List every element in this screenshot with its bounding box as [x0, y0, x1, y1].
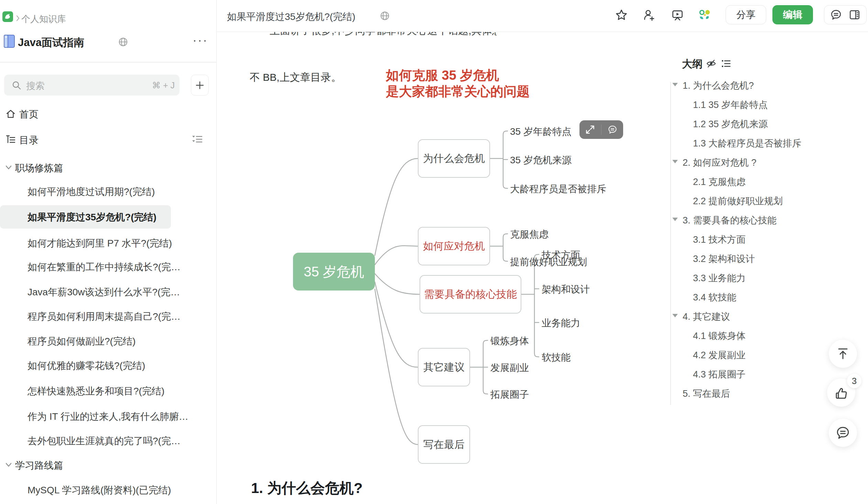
thumbs-up-icon: [834, 385, 848, 400]
kb-title: Java面试指南: [18, 35, 84, 50]
outline-item[interactable]: 4.1 锻炼身体: [693, 330, 746, 342]
public-globe-icon: [118, 37, 128, 47]
outline-item[interactable]: 3.4 软技能: [693, 291, 736, 304]
section-chevron-icon[interactable]: [5, 165, 12, 170]
comments-icon[interactable]: [830, 9, 842, 21]
mindmap-leaf[interactable]: 软技能: [542, 351, 570, 364]
mindmap-branch-node[interactable]: 如何应对危机: [418, 227, 490, 265]
red-caption-line2: 是大家都非常关心的问题: [386, 84, 530, 100]
mindmap-leaf[interactable]: 锻炼身体: [490, 335, 529, 348]
outline-item[interactable]: 3.1 技术方面: [693, 233, 746, 246]
mindmap-leaf[interactable]: 发展副业: [490, 361, 529, 375]
outline-item[interactable]: 4.3 拓展圈子: [693, 368, 746, 380]
back-to-top-icon: [835, 346, 850, 361]
like-count-badge: 3: [847, 374, 861, 388]
outline-item[interactable]: 2.1 克服焦虑: [693, 176, 746, 188]
comment-fab-button[interactable]: [829, 419, 857, 447]
sidebar-doc-item[interactable]: MySQL 学习路线(附资料)(已完结): [28, 484, 171, 497]
outline-item[interactable]: 1. 为什么会危机?: [683, 80, 754, 92]
knowledge-base-book-icon: [3, 34, 15, 48]
section-heading-1: 1. 为什么会危机?: [251, 479, 362, 498]
sidebar-doc-item[interactable]: 如何才能达到阿里 P7 水平?(完结): [28, 237, 172, 250]
yuque-logo-icon[interactable]: [2, 11, 13, 22]
mindmap-leaf[interactable]: 大龄程序员是否被排斥: [510, 182, 606, 196]
star-favorite-icon[interactable]: [615, 9, 628, 21]
toolbar-divider: [601, 125, 602, 135]
sidebar-doc-item[interactable]: 程序员如何利用周末提高自己?(完…: [28, 310, 180, 323]
sidebar-doc-item[interactable]: 去外包职业生涯就真的完了吗?(完…: [28, 434, 180, 448]
breadcrumb-chevron-icon: [15, 15, 21, 22]
sidebar-doc-item[interactable]: Java年薪30w该达到什么水平?(完…: [28, 286, 180, 299]
hide-outline-eye-icon[interactable]: [706, 58, 717, 69]
plus-icon: [195, 81, 205, 90]
search-shortcut: ⌘ + J: [152, 81, 175, 91]
mindmap-branch-node[interactable]: 写在最后: [418, 425, 470, 464]
topbar: 如果平滑度过35岁危机?(完结) 分享 编: [217, 0, 868, 32]
outline-item[interactable]: 3.3 业务能力: [693, 272, 746, 284]
edit-button[interactable]: 编辑: [772, 5, 813, 24]
home-icon: [6, 109, 16, 119]
outline-item[interactable]: 2.2 提前做好职业规划: [693, 195, 783, 207]
add-collaborator-icon[interactable]: [643, 9, 655, 21]
toc-tree-icon: [6, 134, 16, 144]
present-mode-icon[interactable]: [671, 9, 684, 21]
sidebar-section-career[interactable]: 职场修炼篇: [15, 161, 63, 175]
outline-item[interactable]: 3.2 架构和设计: [693, 253, 755, 265]
sidebar-section-learning[interactable]: 学习路线篇: [15, 459, 63, 472]
outline-item[interactable]: 5. 写在最后: [683, 387, 730, 400]
outline-item[interactable]: 1.2 35 岁危机来源: [693, 118, 768, 130]
breadcrumb[interactable]: 个人知识库: [21, 13, 66, 25]
search-icon: [12, 81, 21, 90]
mindmap-leaf[interactable]: 35 岁年龄特点: [510, 125, 571, 138]
expand-fullscreen-icon[interactable]: [585, 125, 595, 134]
sidebar-doc-item-selected[interactable]: 如果平滑度过35岁危机?(完结): [28, 211, 156, 224]
outline-list-icon[interactable]: [721, 58, 732, 69]
sidebar-doc-item[interactable]: 如何在繁重的工作中持续成长?(完…: [28, 261, 180, 274]
sidebar-doc-item[interactable]: 作为 IT 行业的过来人,我有什么肺腑…: [28, 410, 188, 423]
sidebar-item-toc[interactable]: 目录: [19, 134, 39, 147]
sidebar: 个人知识库 Java面试指南 ··· 搜索 ⌘ + J: [0, 0, 217, 504]
sidebar-doc-item[interactable]: 如何平滑地度过试用期?(完结): [28, 185, 155, 198]
app-window: 上面讲了很多,不少同学都非常关心这个话题,具体怎么做呢。 个人知识库 Java面…: [0, 0, 868, 504]
intro-text: 不 BB,上文章目录。: [250, 71, 341, 85]
outline-item[interactable]: 2. 如何应对危机 ?: [683, 156, 757, 169]
mindmap-leaf[interactable]: 业务能力: [542, 317, 580, 330]
apps-grid-icon[interactable]: [699, 9, 711, 21]
mindmap-leaf[interactable]: 35 岁危机来源: [510, 154, 571, 167]
search-input[interactable]: 搜索 ⌘ + J: [4, 75, 179, 96]
outline-item[interactable]: 4.2 发展副业: [693, 349, 746, 361]
public-globe-icon: [380, 11, 390, 21]
comment-bubble-icon[interactable]: [608, 125, 617, 134]
outline-item[interactable]: 1.3 大龄程序员是否被排斥: [693, 137, 801, 149]
mindmap-branch-node[interactable]: 为什么会危机: [418, 139, 490, 178]
comment-bubble-icon: [836, 426, 850, 440]
sidebar-doc-item[interactable]: 程序员如何做副业?(完结): [28, 335, 135, 348]
sidebar-doc-item[interactable]: 怎样快速熟悉业务和项目?(完结): [28, 385, 164, 398]
layout-panel-icon[interactable]: [849, 9, 860, 21]
sidebar-item-home[interactable]: 首页: [19, 108, 39, 121]
mindmap-branch-node[interactable]: 其它建议: [418, 348, 470, 386]
mindmap-red-caption: 如何克服 35 岁危机 是大家都非常关心的问题: [386, 67, 530, 100]
mindmap-root-node[interactable]: 35 岁危机: [293, 253, 375, 291]
section-chevron-icon[interactable]: [5, 462, 12, 468]
sidebar-doc-item[interactable]: 如何优雅的赚零花钱?(完结): [28, 359, 145, 372]
back-to-top-button[interactable]: [829, 340, 857, 368]
mindmap-branch-node[interactable]: 需要具备的核心技能: [420, 275, 521, 314]
kb-more-button[interactable]: ···: [193, 33, 208, 48]
search-placeholder: 搜索: [26, 80, 45, 92]
collapse-all-icon[interactable]: [191, 134, 203, 144]
comment-layout-group: [824, 5, 867, 24]
mindmap-leaf[interactable]: 拓展圈子: [490, 388, 529, 401]
outline-title: 大纲: [682, 57, 703, 71]
outline-item[interactable]: 1.1 35 岁年龄特点: [693, 99, 768, 111]
new-doc-button[interactable]: [191, 75, 209, 96]
outline-item[interactable]: 3. 需要具备的核心技能: [683, 214, 776, 227]
outline-item[interactable]: 4. 其它建议: [683, 311, 730, 323]
mindmap-hover-toolbar: [579, 120, 623, 139]
share-button[interactable]: 分享: [726, 5, 766, 24]
mindmap-leaf[interactable]: 克服焦虑: [510, 228, 548, 241]
red-caption-line1: 如何克服 35 岁危机: [386, 67, 530, 84]
mindmap-leaf[interactable]: 技术方面: [542, 249, 580, 262]
mindmap-leaf[interactable]: 架构和设计: [542, 283, 590, 296]
doc-title: 如果平滑度过35岁危机?(完结): [227, 10, 355, 23]
